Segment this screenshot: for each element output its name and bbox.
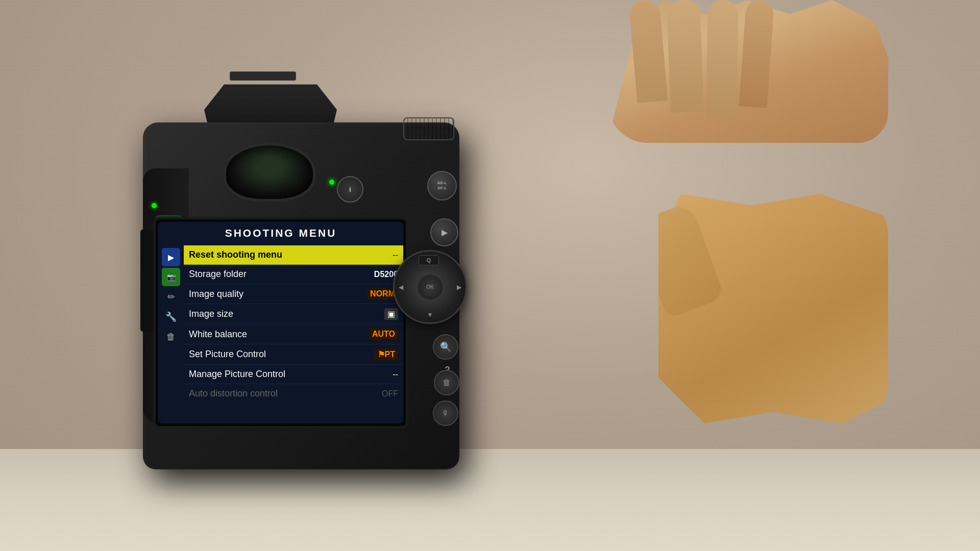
mic-button[interactable]: 🎙	[433, 400, 458, 426]
lcd-screen: SHOOTING MENU ▶ 📷 ✏ 🔧 🗑 Reset shooti	[158, 222, 403, 423]
scene: MENU i SHOOTING MENU ▶ 📷	[0, 0, 980, 551]
finger-3	[706, 0, 739, 118]
sidebar-icon-retouch[interactable]: ✏	[162, 288, 180, 306]
nav-right: ▶	[457, 284, 461, 291]
play-button[interactable]: ▶	[430, 218, 458, 246]
item-value-pc: ⚑PT	[375, 348, 398, 360]
ok-button[interactable]: OK	[418, 274, 443, 300]
camera-body: MENU i SHOOTING MENU ▶ 📷	[112, 66, 470, 485]
item-value-mpc: --	[393, 370, 398, 379]
menu-item-storage[interactable]: Storage folder D5200	[184, 265, 403, 284]
menu-item-wb[interactable]: White balance AUTO	[184, 324, 403, 344]
viewfinder	[224, 143, 315, 202]
item-label-reset: Reset shooting menu	[189, 249, 282, 260]
green-led-info	[329, 180, 334, 185]
sidebar-icon-settings[interactable]: 🔧	[162, 308, 180, 326]
ae-afl-button[interactable]: AE-LAF-L	[427, 171, 457, 201]
menu-item-quality[interactable]: Image quality NORM	[184, 284, 403, 304]
trash-icon: 🗑	[443, 378, 451, 387]
menu-item-manage-pc[interactable]: Manage Picture Control --	[184, 365, 403, 384]
hot-shoe	[230, 71, 296, 81]
nav-left: ◀	[399, 284, 403, 291]
strap-lug-left	[140, 230, 153, 332]
item-label-storage: Storage folder	[189, 269, 247, 280]
zoom-in-icon: 🔍	[440, 341, 451, 353]
item-label-distortion: Auto distortion control	[189, 388, 278, 399]
item-value-distortion: OFF	[382, 389, 398, 398]
item-value-size: ▣	[384, 308, 398, 320]
command-dial[interactable]	[403, 117, 454, 140]
lcd-bezel: SHOOTING MENU ▶ 📷 ✏ 🔧 🗑 Reset shooti	[153, 217, 408, 429]
item-label-mpc: Manage Picture Control	[189, 369, 285, 380]
mic-icon: 🎙	[442, 409, 449, 417]
nav-down: ▼	[427, 311, 433, 318]
menu-items: Reset shooting menu -- Storage folder D5…	[184, 245, 403, 423]
info-icon: i	[349, 186, 351, 193]
info-button[interactable]: i	[337, 176, 363, 203]
item-value-wb: AUTO	[369, 329, 398, 340]
sidebar-icon-play[interactable]: ▶	[162, 248, 180, 266]
q-button[interactable]: Q	[419, 255, 439, 265]
right-hand-area	[658, 194, 888, 423]
zoom-in-button[interactable]: 🔍	[433, 334, 458, 360]
sidebar-icon-trash[interactable]: 🗑	[162, 328, 180, 346]
hand-top-area	[607, 0, 888, 143]
menu-title: SHOOTING MENU	[158, 222, 403, 242]
ae-afl-label: AE-LAF-L	[437, 181, 447, 190]
q-label: Q	[427, 257, 431, 263]
sidebar-icon-camera[interactable]: 📷	[162, 268, 180, 286]
item-value-reset: --	[393, 251, 398, 260]
item-label-pc: Set Picture Control	[189, 349, 266, 360]
menu-item-reset[interactable]: Reset shooting menu --	[184, 245, 403, 265]
finger-2	[667, 0, 704, 113]
item-label-quality: Image quality	[189, 289, 243, 299]
play-icon: ▶	[442, 228, 448, 237]
delete-button[interactable]: 🗑	[434, 370, 459, 395]
menu-item-size[interactable]: Image size ▣	[184, 304, 403, 324]
menu-item-distortion[interactable]: Auto distortion control OFF	[184, 384, 403, 403]
ok-label: OK	[426, 284, 434, 290]
item-label-size: Image size	[189, 309, 233, 319]
green-led-menu	[152, 203, 157, 208]
item-label-wb: White balance	[189, 329, 247, 340]
menu-sidebar: ▶ 📷 ✏ 🔧 🗑	[158, 245, 184, 423]
menu-item-picture-control[interactable]: Set Picture Control ⚑PT	[184, 344, 403, 365]
